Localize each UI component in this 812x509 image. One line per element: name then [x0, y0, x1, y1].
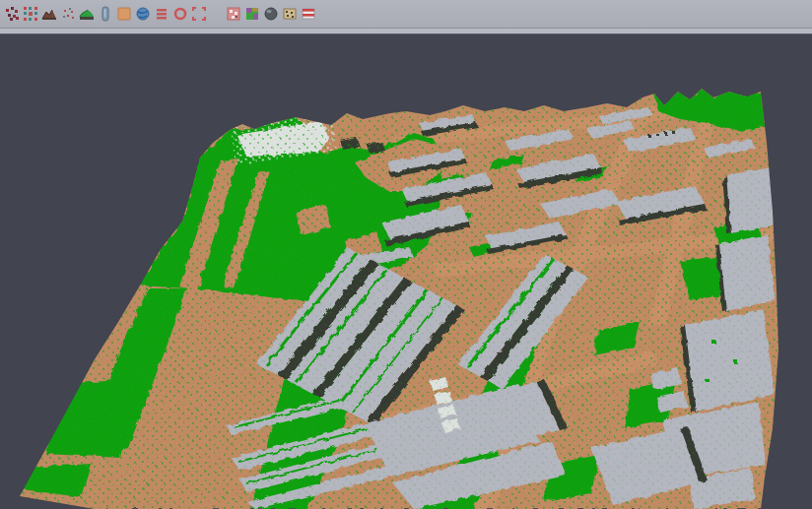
toolbar-button-colored-point-cloud[interactable]: [2, 3, 21, 25]
terrain-green-icon: [79, 6, 95, 22]
viewport-3d[interactable]: [0, 34, 812, 509]
toolbar-button-color-scale[interactable]: [299, 3, 317, 25]
raster-classified-icon: [244, 6, 260, 22]
toolbar-button-attribute-table[interactable]: [280, 3, 299, 25]
column-blue-icon: [98, 6, 113, 22]
sparse-points-icon: [60, 6, 76, 22]
toolbar-button-pick-center[interactable]: [170, 3, 189, 25]
tile-orange-icon: [116, 6, 132, 22]
toolbar-separator: [208, 3, 224, 25]
table-tan-icon: [282, 6, 298, 22]
toolbar-button-render-sphere[interactable]: [261, 3, 280, 25]
brackets-red-icon: [191, 6, 207, 22]
toolbar-button-raster-view[interactable]: [224, 3, 242, 25]
toolbar-button-profile-tool[interactable]: [96, 3, 114, 25]
toolbar-lower-strip: [0, 28, 812, 34]
stripes-red-icon: [301, 6, 316, 22]
toolbar-button-classified-terrain[interactable]: [77, 3, 96, 25]
globe-icon: [135, 6, 151, 22]
toolbar-button-selection-frame[interactable]: [189, 3, 208, 25]
toolbar-button-layer-stack[interactable]: [152, 3, 170, 25]
point-cloud-scene: [0, 34, 812, 509]
toolbar-button-globe-view[interactable]: [133, 3, 152, 25]
application-window: [0, 0, 812, 509]
scatter-multi-icon: [23, 6, 38, 22]
toolbar-button-classification-raster[interactable]: [242, 3, 261, 25]
sphere-dark-icon: [263, 6, 279, 22]
toolbar-button-terrain-mesh[interactable]: [39, 3, 58, 25]
raster-pink-icon: [226, 6, 241, 22]
main-toolbar: [0, 0, 812, 28]
toolbar-button-rgb-point-cloud[interactable]: [21, 3, 39, 25]
terrain-brown-icon: [41, 6, 57, 22]
toolbar-button-ortho-tile[interactable]: [114, 3, 133, 25]
scatter-red-icon: [4, 6, 20, 22]
layers-red-icon: [154, 6, 169, 22]
ring-red-icon: [172, 6, 188, 22]
toolbar-button-sparse-points[interactable]: [58, 3, 77, 25]
